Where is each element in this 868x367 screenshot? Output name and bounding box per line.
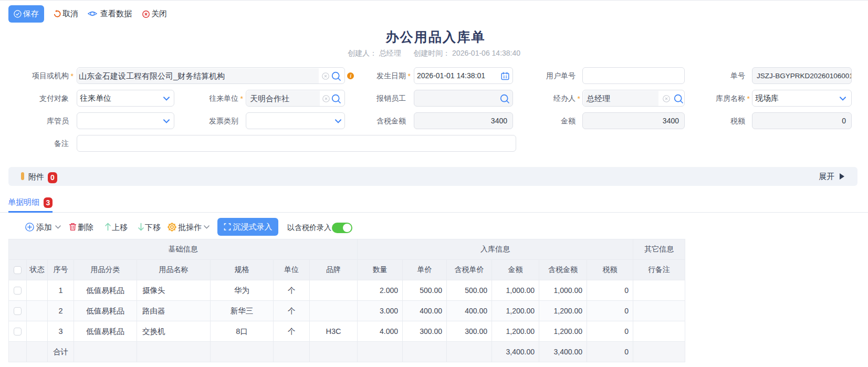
svg-text:i: i (350, 74, 351, 79)
